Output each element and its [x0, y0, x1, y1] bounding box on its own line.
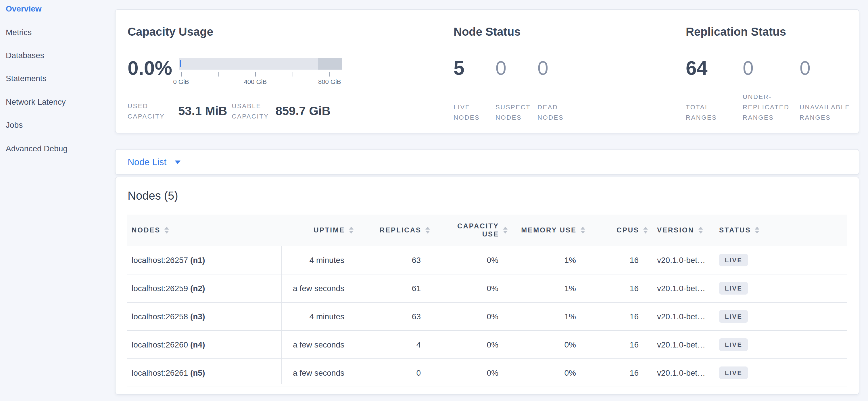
capacity-usage-title: Capacity Usage	[128, 25, 213, 38]
node-memory-use: 0%	[498, 359, 576, 387]
overview-page: Overview Metrics Databases Statements Ne…	[0, 0, 868, 401]
table-row[interactable]: localhost:26258 (n3) 4 minutes 63 0% 1% …	[127, 302, 847, 331]
total-ranges-label: TOTAL RANGES	[686, 102, 743, 122]
table-row[interactable]: localhost:26259 (n2) a few seconds 61 0%…	[127, 274, 847, 302]
node-cpus: 16	[576, 246, 639, 274]
axis-tick	[255, 72, 256, 77]
node-uptime: a few seconds	[281, 359, 344, 387]
nodes-table-card: Nodes (5) NODES UPTIME REPLICAS CAPACITY…	[115, 177, 859, 395]
capacity-gauge-axis-labels: 0 GiB 400 GiB 800 GiB	[181, 78, 336, 86]
chevron-down-icon[interactable]	[175, 160, 180, 164]
unavailable-ranges-value: 0	[800, 56, 857, 80]
node-version: v20.1.0-bet…	[639, 331, 719, 359]
node-replicas: 4	[344, 331, 421, 359]
used-capacity-label: USED CAPACITY	[128, 101, 164, 121]
column-header-replicas[interactable]: REPLICAS	[344, 214, 421, 246]
node-address: localhost:26257	[132, 255, 188, 265]
sidebar-item-overview[interactable]: Overview	[0, 0, 115, 21]
sidebar-item-metrics[interactable]: Metrics	[0, 21, 115, 44]
node-cpus: 16	[576, 359, 639, 387]
status-badge: LIVE	[719, 310, 748, 323]
suspect-nodes-label: SUSPECT NODES	[496, 102, 537, 122]
sort-icon[interactable]	[581, 227, 585, 234]
node-version: v20.1.0-bet…	[639, 274, 719, 302]
node-status-title: Node Status	[454, 25, 521, 38]
table-header-row: NODES UPTIME REPLICAS CAPACITY USE MEMOR…	[127, 214, 847, 246]
node-uptime: 4 minutes	[281, 302, 344, 331]
node-address: localhost:26261	[132, 368, 188, 377]
status-badge: LIVE	[719, 282, 748, 294]
capacity-gauge	[179, 58, 342, 69]
axis-tick	[292, 72, 293, 77]
live-nodes-label: LIVE NODES	[454, 102, 496, 122]
sort-icon[interactable]	[698, 227, 703, 234]
axis-tick-label: 400 GiB	[244, 78, 267, 85]
axis-tick	[218, 72, 219, 77]
node-uptime: a few seconds	[281, 274, 344, 302]
column-header-cpus[interactable]: CPUS	[576, 214, 639, 246]
status-badge: LIVE	[719, 254, 748, 266]
sidebar-item-network-latency[interactable]: Network Latency	[0, 90, 115, 113]
sidebar-item-databases[interactable]: Databases	[0, 44, 115, 67]
under-replicated-ranges-stat: 0 UNDER- REPLICATED RANGES	[743, 56, 800, 122]
dead-nodes-value: 0	[537, 56, 580, 80]
axis-tick-label: 800 GiB	[318, 78, 341, 85]
node-id: (n2)	[190, 284, 205, 293]
usable-capacity-label: USABLE CAPACITY	[232, 101, 269, 121]
under-replicated-ranges-value: 0	[743, 56, 800, 80]
dead-nodes-label: DEAD NODES	[537, 102, 580, 122]
sidebar-item-label: Jobs	[6, 120, 23, 130]
sidebar-item-statements[interactable]: Statements	[0, 67, 115, 90]
sidebar-item-label: Network Latency	[6, 97, 66, 107]
dead-nodes-stat: 0 DEAD NODES	[537, 56, 580, 122]
node-replicas: 63	[344, 302, 421, 331]
sort-icon[interactable]	[643, 227, 648, 234]
sidebar-item-jobs[interactable]: Jobs	[0, 113, 115, 137]
capacity-used-percent: 0.0%	[128, 56, 172, 80]
column-header-memory-use[interactable]: MEMORY USE	[498, 214, 576, 246]
unavailable-ranges-label: UNAVAILABLE RANGES	[800, 102, 857, 122]
node-capacity-use: 0%	[421, 331, 498, 359]
used-capacity-value: 53.1 MiB	[178, 104, 227, 118]
status-badge: LIVE	[719, 367, 748, 379]
cluster-summary-card: Capacity Usage 0.0% 0 GiB 400 GiB 800 Gi…	[115, 9, 859, 134]
node-capacity-use: 0%	[421, 302, 498, 331]
sort-icon[interactable]	[349, 227, 353, 234]
column-header-capacity-use[interactable]: CAPACITY USE	[421, 214, 498, 246]
column-header-version[interactable]: VERSION	[639, 214, 719, 246]
node-replicas: 0	[344, 359, 421, 387]
node-cpus: 16	[576, 274, 639, 302]
node-replicas: 61	[344, 274, 421, 302]
suspect-nodes-value: 0	[496, 56, 537, 80]
unavailable-ranges-stat: 0 UNAVAILABLE RANGES	[800, 56, 857, 122]
sort-icon[interactable]	[503, 227, 507, 234]
axis-tick-label: 0 GiB	[173, 78, 189, 85]
table-row[interactable]: localhost:26257 (n1) 4 minutes 63 0% 1% …	[127, 246, 847, 274]
node-address: localhost:26258	[132, 312, 188, 321]
live-nodes-stat: 5 LIVE NODES	[454, 56, 496, 122]
column-header-nodes[interactable]: NODES	[127, 214, 281, 246]
sidebar-nav: Overview Metrics Databases Statements Ne…	[0, 0, 115, 160]
sidebar: Overview Metrics Databases Statements Ne…	[0, 0, 115, 401]
node-memory-use: 1%	[498, 246, 576, 274]
sidebar-item-label: Advanced Debug	[6, 144, 67, 153]
node-version: v20.1.0-bet…	[639, 302, 719, 331]
capacity-gauge-dark-segment	[318, 58, 342, 69]
sort-icon[interactable]	[425, 227, 430, 234]
node-uptime: a few seconds	[281, 331, 344, 359]
sort-icon[interactable]	[164, 227, 169, 234]
column-header-uptime[interactable]: UPTIME	[281, 214, 344, 246]
total-ranges-stat: 64 TOTAL RANGES	[686, 56, 743, 122]
node-id: (n5)	[190, 368, 205, 377]
column-header-status[interactable]: STATUS	[719, 214, 847, 246]
sidebar-item-advanced-debug[interactable]: Advanced Debug	[0, 137, 115, 160]
table-row[interactable]: localhost:26261 (n5) a few seconds 0 0% …	[127, 359, 847, 387]
view-selector-card: Node List	[115, 149, 859, 175]
node-list-dropdown[interactable]: Node List	[128, 157, 166, 167]
sort-icon[interactable]	[755, 227, 760, 234]
node-id: (n4)	[190, 340, 205, 349]
capacity-stats: USED CAPACITY 53.1 MiB USABLE CAPACITY 8…	[128, 101, 331, 121]
table-row[interactable]: localhost:26260 (n4) a few seconds 4 0% …	[127, 331, 847, 359]
node-replicas: 63	[344, 246, 421, 274]
node-uptime: 4 minutes	[281, 246, 344, 274]
